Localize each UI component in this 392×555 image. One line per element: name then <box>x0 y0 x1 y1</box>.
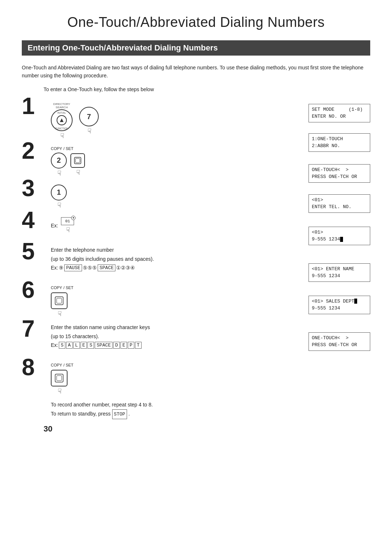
step-3-content: 1 ☟ <box>47 179 287 209</box>
step-1-content: DIRECTORYSEARCH INITIAL FUNCTION ☟ <box>47 97 287 140</box>
display-7: <01> SALES DEPT 9-555 1234 <box>287 296 370 314</box>
display-2: 1:ONE-TOUCH 2:ABBR NO. <box>287 133 370 152</box>
svg-rect-5 <box>55 374 63 382</box>
record-text: To record another number, repeat step 4 … <box>51 400 370 409</box>
section-header: Entering One-Touch/Abbreviated Dialing N… <box>22 40 370 56</box>
step-7-content: Enter the station name using character k… <box>47 320 287 349</box>
page-title: One-Touch/Abbreviated Dialing Numbers <box>22 15 370 30</box>
step-1: 1 DIRECTORYSEARCH INITIAL FUNCTION <box>22 97 287 140</box>
step-2-content: COPY / SET 2 ☟ <box>47 142 287 177</box>
step-7-number: 7 <box>22 317 47 340</box>
step-3-number: 3 <box>22 177 47 200</box>
step-4-number: 4 <box>22 208 47 232</box>
lcd-3: ONE-TOUCH< > PRESS ONE-TCH OR <box>309 164 370 183</box>
standby-text: To return to standby, press STOP . <box>51 409 370 419</box>
step-7-desc: Enter the station name using character k… <box>51 324 287 331</box>
copy-set-label-8: COPY / SET <box>51 362 287 368</box>
step-2-number: 2 <box>22 139 47 162</box>
svg-marker-0 <box>60 118 64 122</box>
step-5: 5 Enter the telephone number (up to 36 d… <box>22 243 287 279</box>
footer-text: To record another number, repeat step 4 … <box>51 400 370 420</box>
step-6: 6 COPY / SET ☟ <box>22 281 287 318</box>
lcd-7: <01> SALES DEPT 9-555 1234 <box>309 296 370 314</box>
step-4: 4 Ex: 01 ● ☟ <box>22 211 287 240</box>
displays-column: SET MODE (1-8) ENTER NO. OR 1:ONE-TOUCH … <box>287 97 370 397</box>
display-3: ONE-TOUCH< > PRESS ONE-TCH OR <box>287 164 370 183</box>
lcd-6: <01> ENTER NAME 9-555 1234 <box>309 263 370 282</box>
step-5-number: 5 <box>22 240 47 263</box>
step-6-content: COPY / SET ☟ <box>47 281 287 318</box>
lcd-1: SET MODE (1-8) ENTER NO. OR <box>309 104 370 122</box>
step-2: 2 COPY / SET 2 ☟ <box>22 142 287 177</box>
follow-text: To enter a One-Touch key, follow the ste… <box>44 86 370 92</box>
step-8-content: COPY / SET ☟ <box>47 358 287 395</box>
svg-rect-3 <box>55 297 63 305</box>
step-5-content: Enter the telephone number (up to 36 dig… <box>47 243 287 271</box>
display-8: ONE-TOUCH< > PRESS ONE-TCH OR <box>287 332 370 351</box>
display-1: SET MODE (1-8) ENTER NO. OR <box>287 97 370 122</box>
lcd-5: <01> 9-555 1234 <box>309 227 370 245</box>
display-5: <01> 9-555 1234 <box>287 227 370 245</box>
display-4: <01> ENTER TEL. NO. <box>287 194 370 213</box>
lcd-8: ONE-TOUCH< > PRESS ONE-TCH OR <box>309 332 370 351</box>
copy-set-label-2: COPY / SET <box>51 146 287 151</box>
step-7: 7 Enter the station name using character… <box>22 320 287 356</box>
lcd-4: <01> ENTER TEL. NO. <box>309 194 370 213</box>
copy-set-label-6: COPY / SET <box>51 285 287 290</box>
step-6-number: 6 <box>22 278 47 301</box>
svg-rect-6 <box>57 376 62 381</box>
svg-rect-2 <box>75 158 80 163</box>
step-5-subdesc: (up to 36 digits including pauses and sp… <box>51 255 287 263</box>
intro-text: One-Touch and Abbreviated Dialing are tw… <box>22 64 370 80</box>
lcd-2: 1:ONE-TOUCH 2:ABBR NO. <box>309 133 370 152</box>
step-4-content: Ex: 01 ● ☟ <box>47 211 287 234</box>
step-3: 3 1 ☟ <box>22 179 287 209</box>
step-8: 8 COPY / SET ☟ <box>22 358 287 395</box>
svg-rect-4 <box>57 298 62 303</box>
step-7-subdesc: (up to 15 characters). <box>51 333 287 340</box>
step-8-number: 8 <box>22 356 47 379</box>
step-1-number: 1 <box>22 94 47 118</box>
step-5-desc: Enter the telephone number <box>51 246 287 254</box>
step-5-ex: Ex: ⑨ PAUSE ⑤⑤⑤ SPACE ①②③④ <box>51 264 287 271</box>
page-number: 30 <box>44 424 52 434</box>
display-6: <01> ENTER NAME 9-555 1234 <box>287 263 370 282</box>
stop-key: STOP <box>112 409 127 419</box>
step-7-ex: Ex: SALES SPACE DEPT <box>51 342 287 349</box>
